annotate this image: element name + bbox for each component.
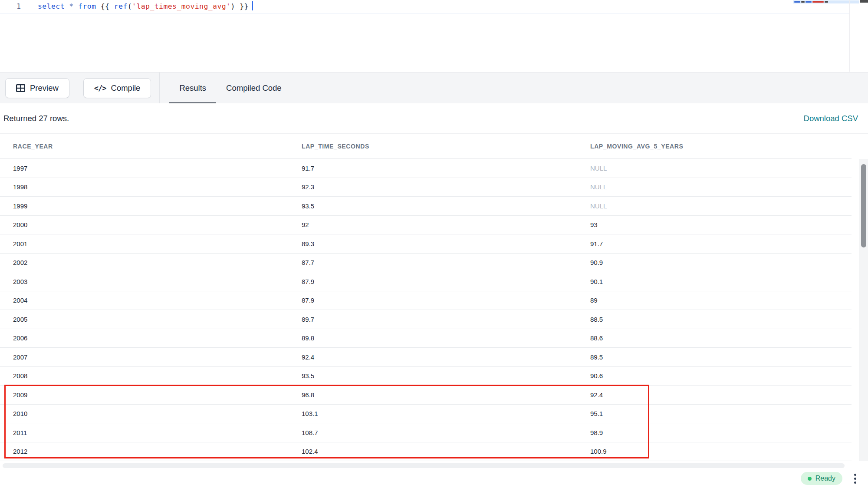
code-token: ( [128,2,132,10]
table-cell: 93 [577,221,852,228]
row-count-text: Returned 27 rows. [3,114,69,123]
table-row: 2010103.195.1 [0,405,852,424]
table-cell: 89.3 [289,240,577,247]
download-csv-link[interactable]: Download CSV [804,114,858,123]
code-token: }} [235,2,249,10]
table-cell: 88.6 [577,334,852,342]
status-bar: Ready [0,469,868,488]
code-token: from [78,2,96,10]
table-cell: 88.5 [577,316,852,323]
table-cell: 90.6 [577,372,852,379]
compile-button[interactable]: </> Compile [83,78,151,98]
table-cell: 108.7 [289,429,577,436]
table-cell: 89.7 [289,316,577,323]
table-cell: 92.4 [577,391,852,399]
table-cell: 1997 [0,165,289,172]
results-table-body: 199791.7NULL199892.3NULL199993.5NULL2000… [0,159,852,461]
table-cell: 2007 [0,353,289,361]
table-cell: 2002 [0,259,289,266]
table-cell: NULL [577,165,852,172]
editor-minimap-divider [849,0,850,72]
table-row: 200996.892.4 [0,386,852,405]
ready-status-badge: Ready [801,472,842,485]
code-token [65,2,69,10]
table-cell: 2010 [0,410,289,417]
sql-editor[interactable]: 1 select * from {{ ref('lap_times_moving… [0,0,868,72]
editor-scrollbar-thumb[interactable] [860,0,868,3]
preview-button-label: Preview [30,83,59,93]
table-cell: 2009 [0,391,289,399]
table-cell: 92.3 [289,183,577,191]
table-row: 200387.990.1 [0,272,852,291]
table-cell: NULL [577,183,852,191]
table-row: 200589.788.5 [0,310,852,329]
table-cell: 2003 [0,278,289,285]
table-grid-icon [16,84,25,92]
code-tokens: select * from {{ ref('lap_times_moving_a… [38,2,249,10]
table-cell: 92 [289,221,577,228]
table-cell: 90.1 [577,278,852,285]
table-cell: 2012 [0,448,289,455]
code-token [74,2,78,10]
table-cell: 91.7 [577,240,852,247]
table-row: 200689.888.6 [0,329,852,348]
table-row: 200487.989 [0,291,852,310]
table-cell: 92.4 [289,353,577,361]
compile-button-label: Compile [111,83,141,93]
table-vertical-scrollbar[interactable] [859,159,868,461]
code-token: ref [114,2,128,10]
column-header-race-year[interactable]: RACE_YEAR [0,143,289,150]
table-row: 200792.489.5 [0,348,852,367]
minimap-mark [806,1,812,3]
preview-button[interactable]: Preview [5,78,69,98]
minimap-mark [812,1,824,3]
table-row: 200287.790.9 [0,254,852,273]
code-token: ) [230,2,235,10]
toolbar-divider [159,73,160,103]
table-cell: 1999 [0,202,289,210]
column-header-lap-moving-avg[interactable]: LAP_MOVING_AVG_5_YEARS [577,143,852,150]
table-vertical-scrollbar-thumb[interactable] [861,164,866,247]
kebab-menu-icon[interactable] [853,472,858,485]
table-row: 2011108.798.9 [0,423,852,442]
table-cell: 93.5 [289,372,577,379]
code-token: * [69,2,73,10]
table-cell: 102.4 [289,448,577,455]
table-cell: 1998 [0,183,289,191]
status-dot-icon [808,477,812,481]
code-brackets-icon: </> [94,84,106,92]
table-cell: 89.8 [289,334,577,342]
table-cell: 95.1 [577,410,852,417]
minimap-mark [794,1,800,3]
table-row: 199791.7NULL [0,159,852,178]
table-row: 2012102.4100.9 [0,442,852,462]
results-toolbar: Preview </> Compile Results Compiled Cod… [0,72,868,103]
table-cell: 96.8 [289,391,577,399]
table-cell: 2001 [0,240,289,247]
table-cell: 91.7 [289,165,577,172]
table-horizontal-scrollbar[interactable] [3,463,845,468]
table-row: 200189.391.7 [0,234,852,254]
table-cell: 2008 [0,372,289,379]
table-cell: 87.9 [289,297,577,304]
code-line[interactable]: 1 select * from {{ ref('lap_times_moving… [0,0,849,13]
tab-compiled-code-label: Compiled Code [226,83,282,93]
minimap-mark [801,1,805,3]
tab-results-label: Results [179,83,206,93]
table-cell: 90.9 [577,259,852,266]
column-header-lap-time-seconds[interactable]: LAP_TIME_SECONDS [289,143,577,150]
table-cell: 93.5 [289,202,577,210]
table-cell: NULL [577,202,852,210]
dbt-ide-results-screen: 1 select * from {{ ref('lap_times_moving… [0,0,868,488]
text-cursor [252,1,253,10]
table-cell: 2011 [0,429,289,436]
table-cell: 2006 [0,334,289,342]
table-row: 199993.5NULL [0,197,852,216]
tab-compiled-code[interactable]: Compiled Code [216,73,292,103]
table-cell: 100.9 [577,448,852,455]
tab-results[interactable]: Results [169,73,216,103]
code-token: {{ [96,2,114,10]
table-cell: 2000 [0,221,289,228]
table-row: 200893.590.6 [0,367,852,386]
table-cell: 89 [577,297,852,304]
